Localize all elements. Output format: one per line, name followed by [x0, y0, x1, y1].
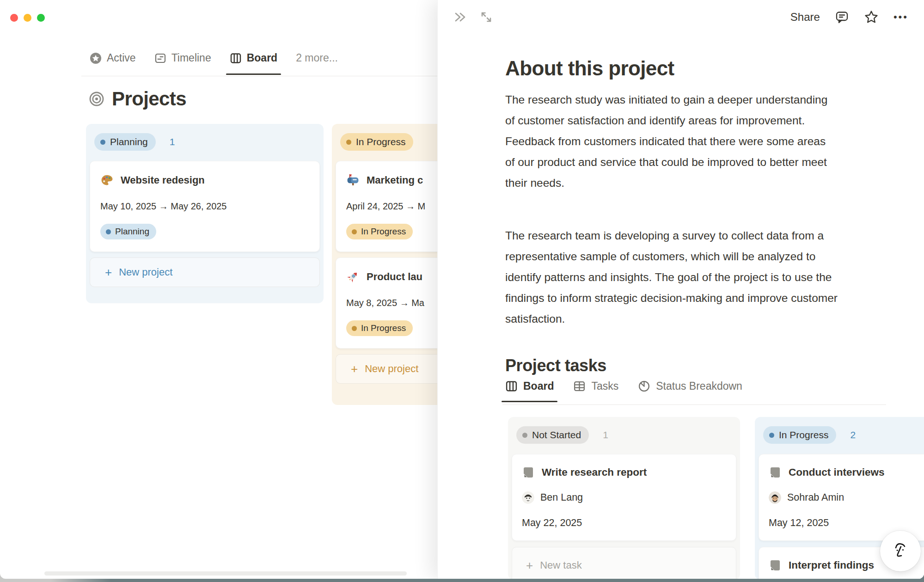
- assignee-row: Sohrab Amin: [769, 491, 924, 504]
- column-count: 1: [603, 429, 608, 441]
- view-tab-label: Timeline: [171, 52, 211, 64]
- task-card-conduct-interviews[interactable]: Conduct interviews Sohrab Amin May 12, 2…: [759, 454, 924, 541]
- status-dot: [769, 433, 774, 438]
- column-count: 2: [850, 429, 856, 441]
- board-icon: [230, 52, 242, 64]
- task-title: Conduct interviews: [789, 466, 885, 478]
- toolbar-left-group: [453, 10, 493, 24]
- timeline-icon: [154, 52, 166, 64]
- project-card-website-redesign[interactable]: Website redesign May 10, 2025 → May 26, …: [90, 161, 320, 252]
- target-icon: [89, 91, 104, 107]
- status-dot: [522, 433, 527, 438]
- card-title: Website redesign: [121, 174, 205, 186]
- about-heading: About this project: [505, 57, 674, 80]
- board-page-title: Projects: [89, 88, 186, 110]
- task-column-not-started: Not Started 1 Write research report: [508, 417, 740, 579]
- expand-page-icon[interactable]: [479, 10, 493, 24]
- task-card-write-research-report[interactable]: Write research report Ben Lang May 22, 2…: [512, 454, 736, 541]
- card-date-range: May 10, 2025 → May 26, 2025: [100, 201, 309, 212]
- share-button[interactable]: Share: [790, 11, 820, 24]
- task-due-date: May 12, 2025: [769, 517, 924, 529]
- page-title: Projects: [112, 88, 186, 110]
- close-window-button[interactable]: [10, 14, 18, 22]
- status-dot: [352, 229, 357, 234]
- notion-ai-button[interactable]: [880, 531, 921, 571]
- view-tab-timeline[interactable]: Timeline: [154, 52, 211, 64]
- status-dot: [346, 140, 351, 145]
- window-controls: [10, 14, 45, 22]
- status-dot: [106, 229, 111, 234]
- column-header: Planning 1: [94, 133, 315, 151]
- about-paragraph-1: The research study was initiated to gain…: [505, 89, 838, 193]
- status-pill-in-progress: In Progress: [763, 426, 836, 444]
- status-pill-not-started: Not Started: [516, 426, 589, 444]
- task-tab-label: Status Breakdown: [656, 380, 742, 392]
- task-tab-board[interactable]: Board: [505, 380, 554, 392]
- view-tab-label: Active: [107, 52, 136, 64]
- view-tab-active[interactable]: Active: [90, 52, 136, 64]
- column-header: Not Started 1: [516, 426, 732, 444]
- close-side-peek-icon[interactable]: [453, 10, 467, 24]
- tabs-divider-line: [81, 76, 437, 76]
- minimize-window-button[interactable]: [24, 14, 31, 22]
- task-due-date: May 22, 2025: [522, 517, 726, 529]
- task-tab-label: Board: [523, 380, 554, 392]
- page-icon: [769, 559, 782, 572]
- card-title-row: Conduct interviews: [769, 466, 924, 479]
- page-icon: [522, 466, 535, 479]
- page-icon: [769, 466, 782, 479]
- more-options-icon[interactable]: •••: [893, 11, 908, 23]
- palette-emoji: [100, 173, 114, 187]
- horizontal-scrollbar[interactable]: [44, 571, 407, 576]
- column-planning: Planning 1 Website redesign May 10, 2025…: [86, 124, 324, 303]
- plus-icon: +: [526, 559, 533, 571]
- card-status-tag: In Progress: [346, 224, 413, 239]
- task-title: Write research report: [542, 466, 647, 478]
- star-circle-icon: [90, 52, 102, 64]
- assignee-row: Ben Lang: [522, 491, 726, 504]
- plus-icon: +: [351, 363, 358, 375]
- column-count: 1: [170, 136, 175, 147]
- card-title: Product lau: [367, 271, 422, 283]
- view-tab-board[interactable]: Board: [230, 52, 277, 64]
- card-status-tag: Planning: [100, 224, 156, 239]
- zoom-window-button[interactable]: [37, 14, 45, 22]
- view-tab-more[interactable]: 2 more...: [296, 52, 338, 64]
- pie-chart-icon: [638, 380, 650, 392]
- comments-icon[interactable]: [835, 10, 849, 25]
- mailbox-emoji: [346, 173, 360, 187]
- task-tab-tasks[interactable]: Tasks: [573, 380, 618, 392]
- rocket-emoji: [346, 270, 360, 283]
- toolbar-right-group: Share •••: [790, 10, 908, 25]
- status-pill-planning: Planning: [94, 133, 156, 151]
- card-title: Marketing c: [367, 174, 423, 186]
- column-header: In Progress 2: [763, 426, 924, 444]
- favorite-star-icon[interactable]: [864, 10, 879, 25]
- plus-icon: +: [105, 266, 112, 278]
- assignee-name: Ben Lang: [540, 492, 583, 503]
- board-icon: [505, 380, 518, 392]
- avatar-ben-lang: [522, 491, 534, 504]
- assignee-name: Sohrab Amin: [787, 492, 844, 503]
- ai-face-icon: [890, 540, 911, 562]
- notion-window: Active Timeline Board 2 more...: [0, 0, 924, 579]
- screenshot: Active Timeline Board 2 more...: [0, 0, 924, 582]
- about-paragraph-2: The research team is developing a survey…: [505, 225, 838, 329]
- avatar-sohrab-amin: [769, 491, 781, 504]
- view-tab-label: Board: [247, 52, 277, 64]
- new-task-button[interactable]: + New task: [512, 547, 736, 579]
- task-tab-status-breakdown[interactable]: Status Breakdown: [638, 380, 742, 392]
- card-title-row: Write research report: [522, 466, 726, 479]
- new-project-button[interactable]: + New project: [90, 257, 320, 287]
- task-tabs-divider-line: [502, 404, 886, 405]
- side-peek-toolbar: Share •••: [438, 0, 924, 34]
- view-tab-label: 2 more...: [296, 52, 338, 64]
- task-tab-label: Tasks: [591, 380, 618, 392]
- status-dot: [100, 140, 105, 145]
- database-view-tabs: Active Timeline Board 2 more...: [90, 52, 338, 64]
- status-dot: [352, 326, 357, 331]
- table-icon: [573, 380, 586, 392]
- project-tasks-heading: Project tasks: [505, 356, 606, 375]
- side-peek-panel: Share ••• About this project The researc…: [437, 0, 924, 579]
- task-title: Interpret findings: [789, 559, 874, 571]
